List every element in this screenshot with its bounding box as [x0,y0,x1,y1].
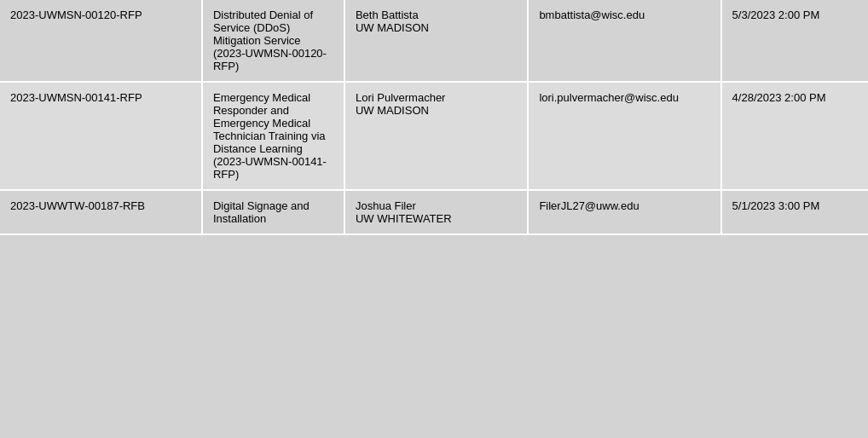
rfp-date: 4/28/2023 2:00 PM [721,82,868,190]
rfp-date: 5/1/2023 3:00 PM [721,190,868,234]
rfp-date: 5/3/2023 2:00 PM [721,0,868,82]
rfp-contact: Joshua FilerUW WHITEWATER [344,190,528,234]
rfp-contact: Beth BattistaUW MADISON [344,0,528,82]
rfp-id: 2023-UWMSN-00120-RFP [0,0,202,82]
rfp-title: Emergency Medical Responder and Emergenc… [202,82,344,190]
rfp-title: Distributed Denial of Service (DDoS) Mit… [202,0,344,82]
rfp-id: 2023-UWMSN-00141-RFP [0,82,202,190]
table-row: 2023-UWWTW-00187-RFB Digital Signage and… [0,190,868,234]
rfp-email: FilerJL27@uww.edu [528,190,720,234]
rfp-id: 2023-UWWTW-00187-RFB [0,190,202,234]
rfp-email: bmbattista@wisc.edu [528,0,720,82]
rfp-email: lori.pulvermacher@wisc.edu [528,82,720,190]
rfp-contact: Lori PulvermacherUW MADISON [344,82,528,190]
table-row: 2023-UWMSN-00120-RFP Distributed Denial … [0,0,868,82]
table-row: 2023-UWMSN-00141-RFP Emergency Medical R… [0,82,868,190]
rfp-title: Digital Signage and Installation [202,190,344,234]
rfp-table: 2023-UWMSN-00120-RFP Distributed Denial … [0,0,868,235]
